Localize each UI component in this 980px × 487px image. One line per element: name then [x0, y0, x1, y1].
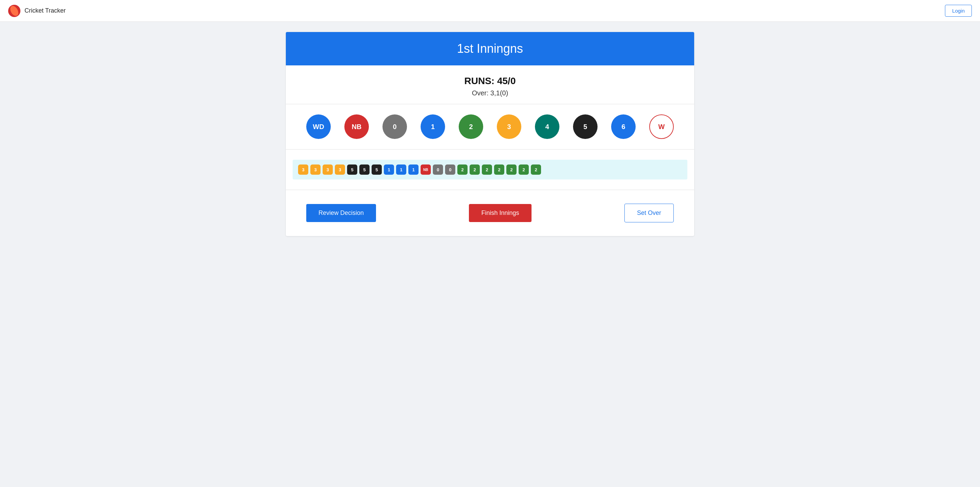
ball-history-chip: 1 — [396, 164, 406, 175]
ball-history-chip: 0 — [445, 164, 455, 175]
ball-history-chip: 3 — [298, 164, 308, 175]
cricket-logo-icon — [8, 5, 21, 17]
ball-history-chip: 5 — [347, 164, 357, 175]
ball-history-chip: 2 — [469, 164, 480, 175]
over-display: Over: 3,1(0) — [293, 89, 687, 97]
login-button[interactable]: Login — [945, 5, 972, 17]
ball-btn-2[interactable]: 2 — [459, 115, 483, 139]
ball-btn-1[interactable]: 1 — [421, 115, 445, 139]
ball-history-chip: 2 — [494, 164, 504, 175]
score-section: RUNS: 45/0 Over: 3,1(0) — [286, 65, 694, 104]
app-title: Cricket Tracker — [24, 7, 66, 14]
innings-header: 1st Inningns — [286, 32, 694, 65]
header: Cricket Tracker Login — [0, 0, 980, 22]
finish-innings-button[interactable]: Finish Innings — [469, 204, 531, 222]
ball-history-section: 3333555111NB002222222 — [286, 150, 694, 190]
ball-history-chip: 3 — [335, 164, 345, 175]
ball-btn-w[interactable]: W — [649, 115, 674, 139]
set-over-button[interactable]: Set Over — [624, 204, 674, 222]
ball-btn-3[interactable]: 3 — [497, 115, 521, 139]
ball-btn-0[interactable]: 0 — [382, 115, 407, 139]
ball-btn-5[interactable]: 5 — [573, 115, 598, 139]
innings-title: 1st Inningns — [295, 42, 685, 56]
ball-btn-nb[interactable]: NB — [344, 115, 369, 139]
ball-history-chip: 2 — [457, 164, 468, 175]
ball-btn-wd[interactable]: WD — [306, 115, 331, 139]
ball-history-chip: 3 — [323, 164, 333, 175]
ball-history-chip: 2 — [482, 164, 492, 175]
runs-display: RUNS: 45/0 — [293, 76, 687, 86]
ball-history-chip: 0 — [433, 164, 443, 175]
ball-history-chip: 5 — [372, 164, 382, 175]
ball-history-chip: 1 — [408, 164, 418, 175]
ball-history-chip: NB — [421, 164, 431, 175]
header-left: Cricket Tracker — [8, 5, 66, 17]
action-buttons-section: Review Decision Finish Innings Set Over — [286, 190, 694, 236]
ball-history-chip: 2 — [531, 164, 541, 175]
ball-history-chip: 3 — [310, 164, 321, 175]
ball-btn-6[interactable]: 6 — [611, 115, 636, 139]
ball-history-container: 3333555111NB002222222 — [293, 160, 687, 179]
ball-btn-4[interactable]: 4 — [535, 115, 559, 139]
ball-history-chip: 1 — [384, 164, 394, 175]
main-card: 1st Inningns RUNS: 45/0 Over: 3,1(0) WDN… — [286, 32, 694, 236]
ball-history-chip: 2 — [519, 164, 529, 175]
ball-history-chip: 5 — [360, 164, 369, 175]
ball-buttons-section: WDNB0123456W — [286, 104, 694, 150]
review-decision-button[interactable]: Review Decision — [306, 204, 376, 222]
ball-history-chip: 2 — [506, 164, 517, 175]
